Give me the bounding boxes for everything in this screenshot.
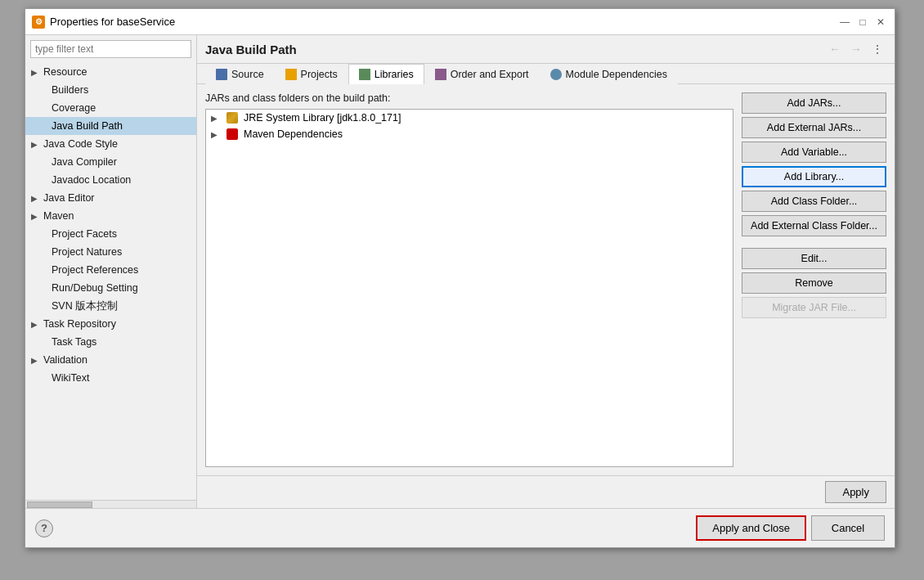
sidebar-item-label: Run/Debug Setting bbox=[52, 282, 138, 294]
tab-source[interactable]: Source bbox=[205, 64, 275, 84]
sidebar-item-javadoc-location[interactable]: Javadoc Location bbox=[25, 171, 196, 189]
footer-left: ? bbox=[35, 519, 53, 537]
sidebar-scrollbar[interactable] bbox=[25, 500, 196, 508]
sidebar-item-java-editor[interactable]: ▶Java Editor bbox=[25, 189, 196, 207]
sidebar: ▶Resource Builders Coverage Java Build P… bbox=[25, 35, 197, 508]
sidebar-item-java-build-path[interactable]: Java Build Path bbox=[25, 117, 196, 135]
apply-button[interactable]: Apply bbox=[825, 481, 886, 503]
tabs-bar: SourceProjectsLibrariesOrder and ExportM… bbox=[197, 64, 895, 84]
apply-close-button[interactable]: Apply and Close bbox=[696, 515, 806, 541]
sidebar-item-label: Java Editor bbox=[43, 192, 95, 204]
cancel-button[interactable]: Cancel bbox=[811, 515, 885, 541]
add-variable-button[interactable]: Add Variable... bbox=[742, 142, 886, 163]
buttons-panel: Add JARs...Add External JARs...Add Varia… bbox=[742, 92, 886, 467]
nav-back-button[interactable]: ← bbox=[826, 40, 844, 58]
tab-label: Source bbox=[231, 69, 264, 80]
sidebar-tree: ▶Resource Builders Coverage Java Build P… bbox=[25, 63, 196, 500]
sidebar-item-resource[interactable]: ▶Resource bbox=[25, 63, 196, 81]
dialog-title: Properties for baseService bbox=[50, 16, 175, 28]
nav-forward-button[interactable]: → bbox=[847, 40, 865, 58]
entries-list: ▶JRE System Library [jdk1.8.0_171]▶Maven… bbox=[205, 109, 733, 467]
minimize-button[interactable]: — bbox=[837, 15, 852, 29]
sidebar-item-label: Java Code Style bbox=[43, 138, 118, 150]
sidebar-item-java-code-style[interactable]: ▶Java Code Style bbox=[25, 135, 196, 153]
edit-button[interactable]: Edit... bbox=[742, 248, 886, 269]
expander-icon: ▶ bbox=[29, 212, 40, 221]
module-icon bbox=[550, 69, 562, 80]
expander-icon: ▶ bbox=[29, 356, 40, 365]
title-controls: — □ ✕ bbox=[837, 15, 888, 29]
sidebar-item-java-compiler[interactable]: Java Compiler bbox=[25, 153, 196, 171]
sidebar-item-label: Project Natures bbox=[52, 246, 122, 258]
sidebar-item-svn[interactable]: SVN 版本控制 bbox=[25, 297, 196, 315]
title-bar: ⚙ Properties for baseService — □ ✕ bbox=[25, 9, 895, 35]
tab-label: Libraries bbox=[375, 69, 414, 80]
expander-icon: ▶ bbox=[29, 320, 40, 329]
sidebar-item-project-natures[interactable]: Project Natures bbox=[25, 243, 196, 261]
add-class-folder-button[interactable]: Add Class Folder... bbox=[742, 191, 886, 212]
filter-box bbox=[30, 40, 191, 58]
source-icon bbox=[216, 69, 227, 80]
add-external-class-folder-button[interactable]: Add External Class Folder... bbox=[742, 215, 886, 236]
dialog-body: ▶Resource Builders Coverage Java Build P… bbox=[25, 35, 895, 508]
sidebar-item-label: Maven bbox=[43, 210, 74, 222]
footer-bar: ? Apply and Close Cancel bbox=[25, 508, 895, 547]
close-button[interactable]: ✕ bbox=[873, 15, 888, 29]
build-path-section: JARs and class folders on the build path… bbox=[205, 92, 733, 467]
sidebar-item-validation[interactable]: ▶Validation bbox=[25, 351, 196, 369]
sidebar-item-project-references[interactable]: Project References bbox=[25, 261, 196, 279]
remove-button[interactable]: Remove bbox=[742, 272, 886, 294]
add-external-jars-button[interactable]: Add External JARs... bbox=[742, 117, 886, 138]
tab-libraries[interactable]: Libraries bbox=[348, 64, 424, 84]
sidebar-item-label: Java Build Path bbox=[52, 120, 123, 132]
footer-buttons: Apply and Close Cancel bbox=[696, 515, 885, 541]
tab-module-dependencies[interactable]: Module Dependencies bbox=[540, 64, 678, 84]
expander-icon: ▶ bbox=[29, 140, 40, 149]
page-title: Java Build Path bbox=[205, 43, 297, 56]
sidebar-item-label: Coverage bbox=[52, 102, 96, 114]
sidebar-item-maven[interactable]: ▶Maven bbox=[25, 207, 196, 225]
sidebar-item-label: Builders bbox=[52, 84, 88, 96]
section-label: JARs and class folders on the build path… bbox=[205, 92, 733, 104]
nav-menu-button[interactable]: ⋮ bbox=[868, 40, 886, 58]
entry-label: JRE System Library [jdk1.8.0_171] bbox=[244, 112, 401, 124]
entry-expander-icon: ▶ bbox=[211, 114, 221, 123]
sidebar-item-project-facets[interactable]: Project Facets bbox=[25, 225, 196, 243]
entry-expander-icon: ▶ bbox=[211, 130, 221, 139]
filter-input[interactable] bbox=[30, 40, 191, 58]
sidebar-item-run-debug-settings[interactable]: Run/Debug Setting bbox=[25, 279, 196, 297]
entry-jre[interactable]: ▶JRE System Library [jdk1.8.0_171] bbox=[206, 110, 733, 126]
add-jars-button[interactable]: Add JARs... bbox=[742, 92, 886, 114]
sidebar-item-label: Task Tags bbox=[52, 336, 96, 348]
jre-icon bbox=[226, 112, 239, 124]
sidebar-item-label: Validation bbox=[43, 354, 87, 366]
title-bar-left: ⚙ Properties for baseService bbox=[32, 16, 175, 29]
bottom-bar: Apply bbox=[197, 475, 895, 508]
entry-maven-deps[interactable]: ▶Maven Dependencies bbox=[206, 126, 733, 142]
entry-label: Maven Dependencies bbox=[244, 128, 343, 140]
help-button[interactable]: ? bbox=[35, 519, 53, 537]
main-content: Java Build Path ← → ⋮ SourceProjectsLibr… bbox=[197, 35, 895, 508]
sidebar-item-task-tags[interactable]: Task Tags bbox=[25, 333, 196, 351]
maximize-button[interactable]: □ bbox=[855, 15, 870, 29]
sidebar-item-wikitext[interactable]: WikiText bbox=[25, 369, 196, 387]
button-spacer bbox=[742, 240, 886, 245]
sidebar-item-task-repository[interactable]: ▶Task Repository bbox=[25, 315, 196, 333]
tab-label: Module Dependencies bbox=[566, 69, 667, 80]
content-area: JARs and class folders on the build path… bbox=[197, 84, 895, 475]
dialog-icon: ⚙ bbox=[32, 16, 45, 29]
tab-order-export[interactable]: Order and Export bbox=[424, 64, 540, 84]
add-library-button[interactable]: Add Library... bbox=[742, 166, 886, 187]
sidebar-item-builders[interactable]: Builders bbox=[25, 81, 196, 99]
projects-icon bbox=[285, 69, 297, 80]
sidebar-item-label: Resource bbox=[43, 66, 87, 78]
sidebar-item-coverage[interactable]: Coverage bbox=[25, 99, 196, 117]
tab-projects[interactable]: Projects bbox=[275, 64, 348, 84]
sidebar-item-label: Javadoc Location bbox=[52, 174, 131, 186]
tab-label: Order and Export bbox=[451, 69, 529, 80]
libraries-icon bbox=[359, 69, 370, 80]
sidebar-item-label: Project Facets bbox=[52, 228, 117, 240]
expander-icon: ▶ bbox=[29, 194, 40, 203]
header-nav: ← → ⋮ bbox=[826, 40, 886, 58]
sidebar-item-label: WikiText bbox=[52, 372, 90, 384]
